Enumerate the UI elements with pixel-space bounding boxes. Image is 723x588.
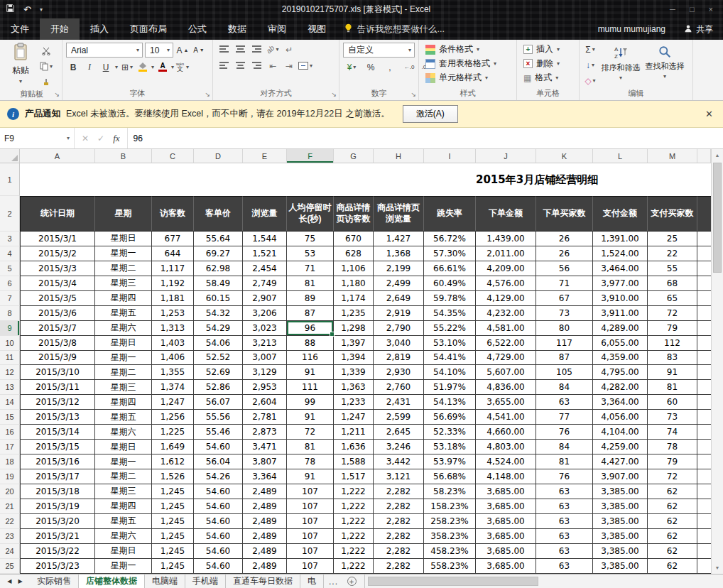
cell-A10[interactable]: 2015/3/8 <box>20 336 95 351</box>
column-header-J[interactable]: J <box>476 149 536 163</box>
increase-font-icon[interactable]: A▲ <box>175 43 190 57</box>
scroll-up-icon[interactable]: ▲ <box>712 149 723 161</box>
cell-J18[interactable]: 4,524.00 <box>476 454 536 469</box>
cell-F9[interactable]: 96 <box>287 321 334 336</box>
row-header-4[interactable]: 4 <box>0 246 20 261</box>
cell-L8[interactable]: 3,911.00 <box>593 306 648 321</box>
italic-button[interactable]: I <box>82 60 97 74</box>
cell-K3[interactable]: 26 <box>536 232 593 246</box>
cell-F18[interactable]: 78 <box>287 454 334 469</box>
cell-J14[interactable]: 3,655.00 <box>476 395 536 410</box>
cell-D25[interactable]: 54.60 <box>194 559 243 574</box>
column-header-K[interactable]: K <box>536 149 593 163</box>
row-header-24[interactable]: 24 <box>0 544 20 559</box>
cell-E12[interactable]: 3,129 <box>243 365 287 380</box>
cell-A22[interactable]: 2015/3/20 <box>20 514 95 529</box>
cell-I12[interactable]: 54.10% <box>424 365 476 380</box>
cell-D19[interactable]: 54.26 <box>194 469 243 484</box>
cell-G17[interactable]: 1,636 <box>334 440 374 454</box>
cell-C14[interactable]: 1,247 <box>152 395 194 410</box>
format-cells-button[interactable]: ▦格式▾ <box>521 71 562 85</box>
cell-A13[interactable]: 2015/3/11 <box>20 380 95 395</box>
cell-H12[interactable]: 2,930 <box>374 365 424 380</box>
cell-I19[interactable]: 56.68% <box>424 469 476 484</box>
cell-E18[interactable]: 3,807 <box>243 454 287 469</box>
cell-L21[interactable]: 3,385.00 <box>593 499 648 514</box>
cell-B8[interactable]: 星期五 <box>95 306 152 321</box>
cell-K20[interactable]: 63 <box>536 484 593 499</box>
cell-G13[interactable]: 1,363 <box>334 380 374 395</box>
cell-G23[interactable]: 1,222 <box>334 529 374 544</box>
cell-J4[interactable]: 2,011.00 <box>476 246 536 261</box>
cell-J3[interactable]: 1,439.00 <box>476 232 536 246</box>
row-header-8[interactable]: 8 <box>0 306 20 321</box>
cell-H4[interactable]: 1,368 <box>374 246 424 261</box>
cell-K8[interactable]: 73 <box>536 306 593 321</box>
cell-M9[interactable]: 79 <box>648 321 697 336</box>
cell-E5[interactable]: 2,454 <box>243 261 287 276</box>
cell-F10[interactable]: 88 <box>287 336 334 351</box>
cell-H8[interactable]: 2,919 <box>374 306 424 321</box>
cell-D7[interactable]: 60.15 <box>194 291 243 306</box>
wrap-text-icon[interactable]: ↵ <box>282 43 296 56</box>
row-header-10[interactable]: 10 <box>0 336 20 351</box>
cell-C24[interactable]: 1,245 <box>152 544 194 559</box>
cell-F11[interactable]: 116 <box>287 351 334 366</box>
cell-I17[interactable]: 53.18% <box>424 440 476 454</box>
cell-C25[interactable]: 1,245 <box>152 559 194 574</box>
cell-I24[interactable]: 458.23% <box>424 544 476 559</box>
cell-H5[interactable]: 2,199 <box>374 261 424 276</box>
cell-J12[interactable]: 5,607.00 <box>476 365 536 380</box>
align-bottom-icon[interactable] <box>249 43 263 56</box>
cell-L22[interactable]: 3,385.00 <box>593 514 648 529</box>
cell-M17[interactable]: 78 <box>648 440 697 454</box>
cell-20-partial[interactable] <box>697 484 711 499</box>
row-header-12[interactable]: 12 <box>0 365 20 380</box>
cell-J15[interactable]: 4,541.00 <box>476 410 536 425</box>
cell-M7[interactable]: 65 <box>648 291 697 306</box>
cell-K22[interactable]: 63 <box>536 514 593 529</box>
cell-B20[interactable]: 星期三 <box>95 484 152 499</box>
cell-A23[interactable]: 2015/3/21 <box>20 529 95 544</box>
cell-D23[interactable]: 54.60 <box>194 529 243 544</box>
cell-D4[interactable]: 69.27 <box>194 246 243 261</box>
cell-F25[interactable]: 107 <box>287 559 334 574</box>
cell-K5[interactable]: 56 <box>536 261 593 276</box>
cell-L11[interactable]: 4,359.00 <box>593 351 648 366</box>
cell-D13[interactable]: 52.86 <box>194 380 243 395</box>
cell-K17[interactable]: 84 <box>536 440 593 454</box>
cell-21-partial[interactable] <box>697 499 711 514</box>
decrease-font-icon[interactable]: A▼ <box>192 43 206 57</box>
cell-K12[interactable]: 105 <box>536 365 593 380</box>
cell-C6[interactable]: 1,192 <box>152 276 194 291</box>
row-header-6[interactable]: 6 <box>0 276 20 291</box>
cell-I8[interactable]: 54.35% <box>424 306 476 321</box>
name-box[interactable]: F9▾ <box>0 128 74 148</box>
cell-E11[interactable]: 3,007 <box>243 351 287 366</box>
cell-L12[interactable]: 4,795.00 <box>593 365 648 380</box>
cell-11-partial[interactable] <box>697 351 711 366</box>
maximize-icon[interactable]: □ <box>690 5 695 13</box>
cell-E3[interactable]: 1,544 <box>243 232 287 246</box>
cell-L4[interactable]: 1,524.00 <box>593 246 648 261</box>
cell-F14[interactable]: 99 <box>287 395 334 410</box>
cell-G3[interactable]: 670 <box>334 232 374 246</box>
cell-B13[interactable]: 星期三 <box>95 380 152 395</box>
cell-G10[interactable]: 1,397 <box>334 336 374 351</box>
fill-icon[interactable]: ↓▾ <box>583 58 597 72</box>
cell-A6[interactable]: 2015/3/4 <box>20 276 95 291</box>
cell-G25[interactable]: 1,222 <box>334 559 374 574</box>
cell-A21[interactable]: 2015/3/19 <box>20 499 95 514</box>
header-cell-M2[interactable]: 支付买家数 <box>648 196 697 232</box>
cell-D16[interactable]: 55.46 <box>194 425 243 440</box>
alignment-dialog-launcher-icon[interactable]: ↘ <box>331 92 337 98</box>
cell-B3[interactable]: 星期日 <box>95 232 152 246</box>
cell-10-partial[interactable] <box>697 336 711 351</box>
cell-F5[interactable]: 71 <box>287 261 334 276</box>
cell-C12[interactable]: 1,355 <box>152 365 194 380</box>
copy-icon[interactable]: ▾ <box>39 60 53 73</box>
cell-L3[interactable]: 1,391.00 <box>593 232 648 246</box>
tab-formulas[interactable]: 公式 <box>178 18 217 40</box>
column-header-partial[interactable] <box>697 149 711 163</box>
cell-A11[interactable]: 2015/3/9 <box>20 351 95 366</box>
